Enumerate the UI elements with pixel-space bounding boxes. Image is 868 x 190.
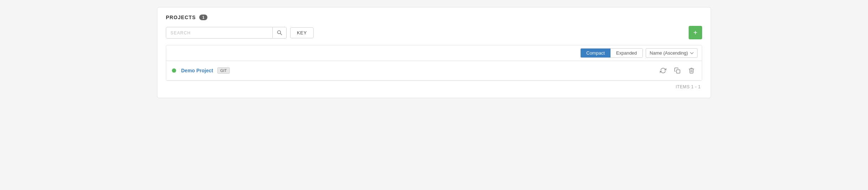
- search-icon: [277, 30, 282, 35]
- view-toggle: Compact Expanded: [580, 48, 643, 58]
- expanded-view-button[interactable]: Expanded: [611, 49, 643, 57]
- projects-page: PROJECTS 1 KEY + Compact Expanded Na: [157, 7, 711, 98]
- count-badge: 1: [199, 15, 207, 20]
- toolbar-row: KEY +: [166, 26, 702, 39]
- footer-row: ITEMS 1 - 1: [166, 81, 702, 89]
- search-button[interactable]: [272, 27, 286, 38]
- delete-icon: [688, 67, 695, 74]
- copy-button[interactable]: [673, 66, 682, 75]
- header-row: PROJECTS 1: [166, 15, 702, 20]
- status-indicator: [172, 68, 176, 73]
- compact-view-button[interactable]: Compact: [581, 49, 611, 57]
- copy-icon: [674, 67, 680, 74]
- project-name-link[interactable]: Demo Project: [181, 68, 213, 73]
- table-row: Demo Project GIT: [166, 61, 702, 80]
- list-container: Compact Expanded Name (Ascending) Demo P…: [166, 45, 702, 81]
- list-toolbar: Compact Expanded Name (Ascending): [166, 45, 702, 61]
- git-badge: GIT: [217, 67, 229, 74]
- sort-label: Name (Ascending): [650, 50, 688, 56]
- refresh-icon: [660, 67, 666, 74]
- row-actions: [658, 66, 696, 75]
- search-input[interactable]: [166, 27, 272, 38]
- items-count-label: ITEMS 1 - 1: [676, 84, 701, 89]
- page-title: PROJECTS: [166, 15, 196, 20]
- key-button[interactable]: KEY: [290, 27, 314, 38]
- sort-dropdown[interactable]: Name (Ascending): [646, 48, 698, 58]
- chevron-down-icon: [690, 51, 694, 55]
- svg-line-1: [280, 33, 282, 35]
- search-wrapper: [166, 27, 287, 39]
- svg-rect-2: [677, 70, 680, 73]
- add-project-button[interactable]: +: [689, 26, 702, 39]
- refresh-button[interactable]: [658, 66, 668, 75]
- delete-button[interactable]: [687, 66, 696, 75]
